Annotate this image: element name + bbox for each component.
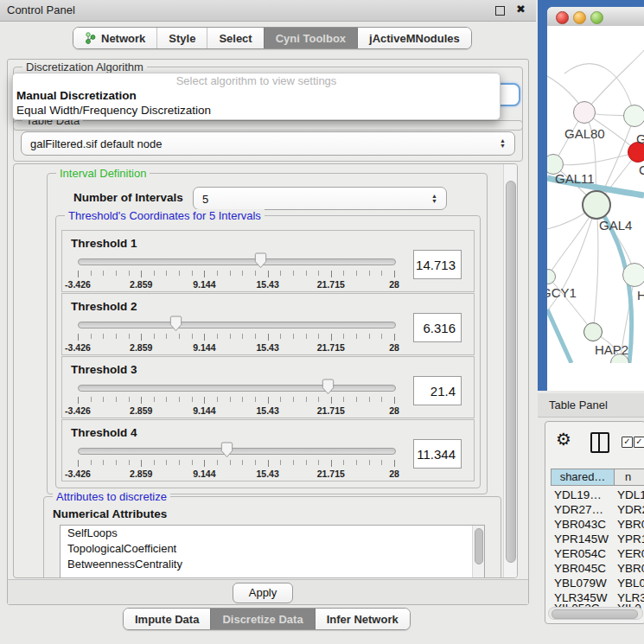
tab-cyni-toolbox[interactable]: Cyni Toolbox — [264, 28, 357, 48]
threshold-3-value[interactable]: 21.4 — [413, 376, 462, 405]
threshold-1-row: Threshold 1 -3.426 2.859 9.144 15.43 — [61, 230, 475, 292]
slider-track[interactable] — [78, 258, 396, 265]
threshold-1-slider[interactable]: -3.426 2.859 9.144 15.43 21.715 28 — [78, 253, 394, 290]
slider-thumb[interactable] — [220, 442, 233, 458]
tab-network[interactable]: Network — [73, 28, 156, 48]
table-panel-title: Table Panel — [549, 399, 608, 411]
columns-icon[interactable] — [590, 432, 609, 453]
number-of-intervals-combo[interactable]: 5 ▲▼ — [193, 187, 447, 210]
network-node[interactable] — [582, 190, 611, 220]
table-row[interactable]: YDR27…YDR2 — [545, 503, 644, 518]
discretization-algorithm-title: Discretization Algorithm — [22, 61, 147, 73]
threshold-4-slider[interactable]: -3.426 2.859 9.144 15.43 21.715 28 — [78, 443, 394, 479]
dropdown-option-equal-width[interactable]: Equal Width/Frequency Discretization — [13, 103, 500, 118]
panel-title: Control Panel — [7, 3, 75, 16]
threshold-3-slider[interactable]: -3.426 2.859 9.144 15.43 21.715 28 — [78, 379, 394, 416]
combo-arrows-icon: ▲▼ — [431, 194, 437, 204]
slider-track[interactable] — [78, 322, 396, 328]
number-of-intervals-value: 5 — [202, 192, 208, 205]
dropdown-option-manual[interactable]: Manual Discretization — [13, 88, 500, 103]
zoom-button[interactable] — [590, 11, 603, 24]
tab-infer-network[interactable]: Infer Network — [315, 609, 410, 629]
table-data-combo[interactable]: galFiltered.sif default node ▲▼ — [21, 131, 515, 156]
float-window-icon[interactable] — [495, 6, 505, 16]
threshold-2-value[interactable]: 6.316 — [413, 313, 462, 342]
horizontal-scrollbar[interactable] — [548, 607, 643, 620]
thresholds-group: Threshold's Coordinates for 5 Intervals … — [55, 215, 481, 488]
node-label: C — [639, 163, 644, 177]
table-data-group: Table Data galFiltered.sif default node … — [13, 120, 523, 162]
threshold-2-row: Threshold 2 -3.426 2.859 9.144 15.43 — [61, 293, 475, 355]
slider-ticks — [78, 271, 394, 276]
list-item[interactable]: BetweennessCentrality — [61, 557, 484, 572]
network-icon — [85, 32, 96, 44]
tab-discretize-data[interactable]: Discretize Data — [210, 609, 314, 629]
threshold-3-row: Threshold 3 -3.426 2.859 9.144 15.43 — [61, 356, 475, 418]
network-node[interactable] — [583, 322, 603, 341]
control-panel-titlebar: Control Panel ✖ — [0, 0, 536, 22]
numerical-attributes-list[interactable]: SelfLoops TopologicalCoefficient Between… — [60, 525, 485, 578]
threshold-4-value[interactable]: 11.344 — [413, 439, 462, 469]
network-view-window: GAL80 GA C GAL11 GAL4 GCY1 H HAP2 — [547, 7, 644, 391]
slider-thumb[interactable] — [322, 379, 335, 395]
table-row[interactable]: YPR145WYPR1 — [545, 532, 644, 547]
threshold-1-label: Threshold 1 — [71, 237, 137, 250]
table-data-combo-value: galFiltered.sif default node — [30, 137, 162, 150]
table-panel-window: ⚙ ✓ ✓ shared… n YDL19…YDL1 YDR27…YDR2 YB… — [545, 421, 644, 624]
minimize-button[interactable] — [573, 11, 586, 24]
table-row[interactable]: YER054CYER0 — [545, 547, 644, 562]
tab-select[interactable]: Select — [207, 28, 263, 48]
apply-bar: Apply — [8, 579, 528, 604]
threshold-2-label: Threshold 2 — [71, 300, 137, 313]
tab-jactivemnodules[interactable]: jActiveMNodules — [357, 28, 471, 48]
top-tab-bar: Network Style Select Cyni Toolbox jActiv… — [73, 27, 472, 49]
column-header-shared[interactable]: shared… — [551, 469, 615, 486]
network-window-frame: GAL80 GA C GAL11 GAL4 GCY1 H HAP2 — [538, 0, 644, 391]
threshold-4-label: Threshold 4 — [71, 426, 137, 439]
network-canvas[interactable]: GAL80 GA C GAL11 GAL4 GCY1 H HAP2 — [547, 26, 644, 363]
interval-definition-title: Interval Definition — [56, 167, 150, 180]
dropdown-placeholder: Select algorithm to view settings — [13, 73, 500, 88]
tab-style[interactable]: Style — [156, 28, 207, 48]
network-window-titlebar[interactable] — [547, 7, 644, 27]
number-of-intervals-label: Number of Intervals — [73, 191, 183, 204]
scrollbar-thumb[interactable] — [552, 609, 638, 619]
bottom-tab-bar: Impute Data Discretize Data Infer Networ… — [123, 608, 411, 630]
node-label: GAL80 — [564, 126, 605, 141]
slider-track[interactable] — [78, 448, 396, 455]
threshold-1-value[interactable]: 14.713 — [413, 250, 462, 279]
network-node[interactable] — [622, 263, 644, 287]
panel-scrollbar[interactable] — [503, 164, 517, 577]
threshold-4-row: Threshold 4 -3.426 2.859 9.144 15.43 — [61, 419, 475, 481]
node-label: HAP2 — [595, 342, 628, 357]
close-button[interactable] — [556, 11, 569, 24]
checkbox-icon[interactable]: ✓ — [622, 437, 633, 448]
list-scrollbar[interactable] — [472, 526, 484, 578]
scrollbar-thumb[interactable] — [506, 181, 516, 563]
numerical-attributes-label: Numerical Attributes — [53, 507, 167, 520]
network-node[interactable] — [573, 101, 596, 124]
table-row[interactable]: YBL079WYBL0 — [545, 577, 644, 591]
threshold-2-slider[interactable]: -3.426 2.859 9.144 15.43 21.715 28 — [78, 316, 394, 353]
table-row[interactable]: YDL19…YDL1 — [545, 488, 644, 503]
network-node[interactable] — [623, 105, 644, 127]
apply-button[interactable]: Apply — [233, 583, 293, 603]
thresholds-title: Threshold's Coordinates for 5 Intervals — [65, 209, 265, 222]
slider-thumb[interactable] — [169, 316, 182, 332]
attributes-group: Attributes to discretize Numerical Attri… — [43, 496, 501, 578]
list-item[interactable]: SelfLoops — [61, 526, 484, 541]
attributes-title: Attributes to discretize — [53, 490, 170, 503]
algorithm-dropdown-popup: Select algorithm to view settings Manual… — [12, 73, 501, 120]
close-icon[interactable]: ✖ — [516, 3, 526, 16]
combo-arrows-icon: ▲▼ — [500, 138, 506, 149]
node-label: GA — [636, 131, 644, 146]
gear-icon[interactable]: ⚙ — [556, 429, 571, 450]
list-item[interactable]: TopologicalCoefficient — [61, 541, 484, 557]
tab-impute-data[interactable]: Impute Data — [124, 609, 210, 629]
table-row[interactable]: YBR045CYBR0 — [545, 562, 644, 577]
checkbox-icon[interactable]: ✓ — [634, 437, 644, 448]
slider-thumb[interactable] — [254, 252, 267, 269]
slider-track[interactable] — [78, 385, 396, 392]
column-header-name[interactable]: n — [614, 469, 644, 486]
table-row[interactable]: YBR043CYBR0 — [545, 518, 644, 532]
